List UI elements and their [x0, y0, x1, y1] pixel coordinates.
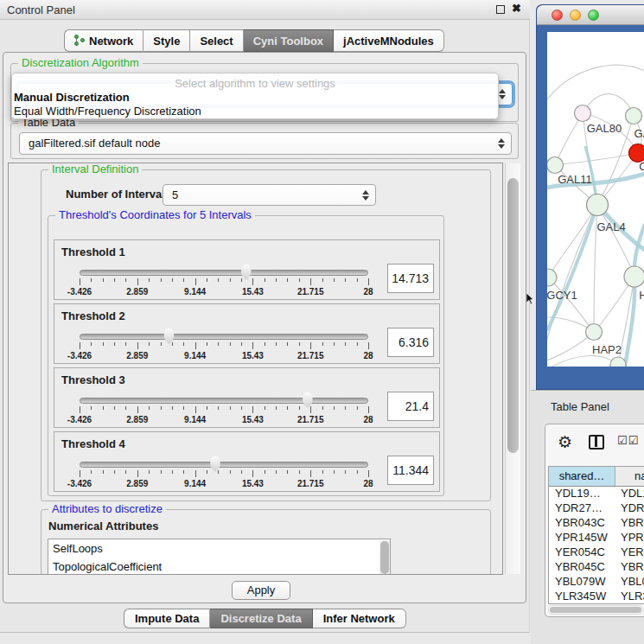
network-node[interactable]	[586, 324, 603, 341]
slider-tick-label: 9.144	[184, 287, 206, 296]
table-row[interactable]: YDL19…YDL1	[549, 487, 644, 501]
table-data-combobox[interactable]: galFiltered.sif default node	[19, 132, 512, 155]
cell-name[interactable]: YBL0	[615, 575, 644, 590]
cell-name[interactable]: YDR2	[615, 501, 644, 516]
node-label-gal4: GAL4	[596, 220, 625, 233]
network-node[interactable]	[587, 194, 609, 216]
cell-shared-name[interactable]: YBL079W	[549, 575, 615, 590]
cell-name[interactable]: YLR3	[615, 590, 644, 604]
slider-tick	[80, 278, 80, 285]
column-layout-icon[interactable]	[589, 435, 604, 450]
cell-shared-name[interactable]: YBR043C	[549, 516, 615, 531]
number-of-intervals-combobox[interactable]: 5	[163, 184, 376, 206]
numerical-attributes-list[interactable]: SelfLoopsTopologicalCoefficientBetweenne…	[48, 539, 391, 575]
tab-jactivemnodules[interactable]: jActiveMNodules	[334, 29, 444, 52]
close-traffic-light-icon[interactable]	[552, 10, 563, 21]
table-row[interactable]: YBR043CYBR0	[549, 516, 644, 531]
cell-shared-name[interactable]: YLR345W	[549, 590, 615, 604]
threshold-slider[interactable]: -3.4262.8599.14415.4321.71528	[80, 456, 368, 492]
column-header-shared-name[interactable]: shared…	[549, 467, 615, 486]
float-window-icon[interactable]	[496, 5, 505, 14]
slider-tick	[172, 406, 173, 410]
tab-style[interactable]: Style	[143, 29, 190, 52]
attribute-items: SelfLoopsTopologicalCoefficientBetweenne…	[48, 539, 390, 575]
minimize-traffic-light-icon[interactable]	[570, 10, 581, 21]
popup-option-equal-width-frequency-discretization[interactable]: Equal Width/Frequency Discretization	[14, 105, 494, 118]
cell-shared-name[interactable]: YDR27…	[549, 501, 615, 516]
slider-thumb[interactable]	[301, 392, 314, 408]
threshold-value-field[interactable]: 6.316	[387, 328, 434, 357]
tab-infer-network[interactable]: Infer Network	[313, 609, 406, 628]
checkbox-checked-icons[interactable]: ☑☑	[617, 434, 639, 447]
tab-impute-data[interactable]: Impute Data	[124, 609, 210, 628]
cell-shared-name[interactable]: YPR145W	[549, 531, 615, 545]
threshold-slider[interactable]: -3.4262.8599.14415.4321.71528	[80, 392, 368, 428]
tab-cyni-toolbox[interactable]: Cyni Toolbox	[244, 29, 334, 52]
close-icon[interactable]: ✖	[512, 2, 521, 15]
zoom-traffic-light-icon[interactable]	[588, 10, 599, 21]
cell-shared-name[interactable]: YDL19…	[549, 487, 615, 501]
network-graph[interactable]: GAL80GACGAL11GAL4GCY1HHAP2	[547, 32, 644, 367]
threshold-value-field[interactable]: 21.4	[387, 392, 434, 421]
table-row[interactable]: YPR145WYPR1	[549, 531, 644, 545]
table-horizontal-scrollbar[interactable]	[548, 605, 643, 615]
network-edge[interactable]	[555, 113, 583, 165]
network-edge[interactable]	[547, 355, 618, 367]
attributes-list-scrollbar[interactable]	[379, 540, 390, 575]
network-edge[interactable]	[548, 277, 594, 332]
table-row[interactable]: YBR045CYBR0	[549, 560, 644, 575]
slider-track[interactable]	[80, 334, 368, 340]
gear-icon[interactable]: ⚙	[558, 432, 572, 452]
network-node[interactable]	[575, 105, 591, 122]
network-node[interactable]	[624, 266, 644, 287]
tab-network[interactable]: Network	[64, 29, 143, 52]
table-row[interactable]: YLR345WYLR3	[549, 590, 644, 604]
network-edge[interactable]	[547, 65, 644, 99]
slider-track[interactable]	[80, 270, 368, 276]
attribute-item-selfloops[interactable]: SelfLoops	[48, 539, 390, 558]
tab-discretize-data[interactable]: Discretize Data	[210, 609, 312, 628]
slider-thumb[interactable]	[163, 328, 175, 344]
slider-tick	[241, 406, 242, 410]
network-node[interactable]	[610, 357, 626, 367]
settings-scrollbar[interactable]	[505, 163, 520, 574]
network-edge[interactable]	[548, 205, 597, 277]
scrollbar-thumb[interactable]	[380, 541, 389, 574]
column-header-name[interactable]: na	[615, 467, 644, 486]
slider-tick-label: 28	[363, 351, 373, 360]
cell-name[interactable]: YDL1	[615, 487, 644, 501]
apply-button[interactable]: Apply	[232, 581, 290, 600]
network-canvas[interactable]: GAL80GACGAL11GAL4GCY1HHAP2	[547, 32, 644, 367]
scrollbar-thumb[interactable]	[507, 178, 519, 453]
threshold-value-field[interactable]: 11.344	[387, 456, 434, 485]
cell-name[interactable]: YPR1	[615, 531, 644, 545]
table-row[interactable]: YDR27…YDR2	[549, 501, 644, 516]
threshold-slider[interactable]: -3.4262.8599.14415.4321.71528	[80, 328, 368, 364]
slider-tick	[299, 342, 300, 346]
bottom-tab-bar: Impute DataDiscretize DataInfer Network	[124, 609, 406, 631]
attribute-item-topologicalcoefficient[interactable]: TopologicalCoefficient	[48, 558, 390, 575]
slider-tick	[125, 406, 126, 410]
slider-thumb[interactable]	[208, 456, 221, 472]
scrollbar-thumb[interactable]	[550, 607, 641, 613]
cell-shared-name[interactable]: YER054C	[549, 545, 615, 560]
table-row[interactable]: YBL079WYBL0	[549, 575, 644, 590]
network-node[interactable]	[626, 108, 642, 124]
cell-name[interactable]: YBR0	[615, 516, 644, 531]
network-node[interactable]	[547, 157, 564, 174]
interval-definition-groupbox: Interval Definition Number of Intervals …	[41, 169, 491, 501]
cell-shared-name[interactable]: YBR045C	[549, 560, 615, 575]
network-edge[interactable]	[597, 205, 634, 277]
tab-select[interactable]: Select	[190, 29, 243, 52]
cell-name[interactable]: YBR0	[615, 560, 644, 575]
slider-tick	[287, 278, 288, 282]
threshold-slider[interactable]: -3.4262.8599.14415.4321.71528	[80, 264, 368, 300]
cell-name[interactable]: YER0	[615, 545, 644, 560]
slider-track[interactable]	[80, 398, 368, 404]
table-row[interactable]: YER054CYER0	[549, 545, 644, 560]
popup-option-manual-discretization[interactable]: Manual Discretization	[14, 91, 494, 105]
network-node[interactable]	[547, 269, 557, 286]
slider-track[interactable]	[80, 462, 368, 468]
threshold-value-field[interactable]: 14.713	[387, 264, 434, 293]
network-edge[interactable]	[555, 153, 638, 165]
